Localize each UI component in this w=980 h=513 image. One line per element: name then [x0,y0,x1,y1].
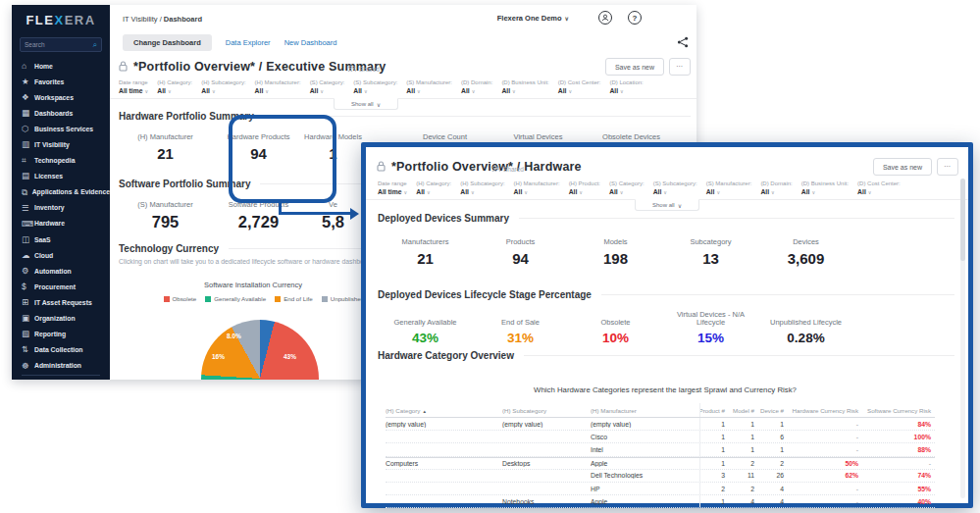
filter-d-business-unit[interactable]: (D) Business Unit:All∨ [501,79,548,98]
filter-value[interactable]: All∨ [558,87,601,94]
account-menu[interactable]: Flexera One Demo∨ [497,14,569,23]
filter-value[interactable]: All∨ [760,188,792,195]
table-row[interactable]: Dell Technologies3112662%74% [386,470,935,483]
share-icon[interactable] [677,36,689,48]
table-row[interactable]: HP224-55% [386,483,935,495]
filter-d-cost-center[interactable]: (D) Cost Center:All∨ [857,180,901,199]
sidebar-item-licenses[interactable]: ▤Licenses [12,169,110,184]
sidebar-item-reporting[interactable]: ▧Reporting [12,327,110,342]
sidebar-item-technopedia[interactable]: ⌗Technopedia [12,153,110,169]
table-header-h-subcategory[interactable]: (H) Subcategory [502,407,591,414]
filter-value[interactable]: All∨ [514,188,560,195]
filter-date-range[interactable]: Date rangeAll time∨ [119,79,148,98]
filter-date-range[interactable]: Date rangeAll time∨ [378,180,407,199]
filter-value[interactable]: All∨ [201,87,245,94]
filter-d-location[interactable]: (D) Location:All∨ [609,79,643,98]
filter-d-business-unit[interactable]: (D) Business Unit:All∨ [801,180,849,199]
more-options-button[interactable]: ⋯ [937,158,958,176]
table-row[interactable]: ComputersDesktopsApple12250%- [386,457,935,470]
table-header-model[interactable]: Model # [729,407,758,414]
filter-h-subcategory[interactable]: (H) Subcategory:All∨ [460,180,504,199]
filter-s-category[interactable]: (S) Category:All∨ [609,180,645,199]
search-input[interactable] [25,41,93,48]
filter-value[interactable]: All∨ [801,188,849,195]
filter-h-manufacturer[interactable]: (H) Manufacturer:All∨ [514,180,560,199]
search-icon[interactable]: ⌕ [93,41,97,49]
software-installation-currency-pie[interactable]: 43% 16% 8.0% [201,320,319,380]
filter-value[interactable]: All∨ [609,188,645,195]
filter-s-manufacturer[interactable]: (S) Manufacturer:All∨ [406,79,452,98]
filter-value[interactable]: All∨ [406,87,452,94]
sidebar-item-administration[interactable]: ☸Administration [12,358,110,374]
filter-h-subcategory[interactable]: (H) Subcategory:All∨ [201,79,245,98]
pie-chart[interactable] [201,320,319,380]
sidebar-item-inventory[interactable]: ☰Inventory [12,200,110,216]
table-row[interactable]: Intel111-88% [386,443,935,456]
filter-value[interactable]: All∨ [857,188,901,195]
legend-item-generally-available[interactable]: Generally Available [205,295,266,302]
more-options-button[interactable]: ⋯ [669,58,691,76]
filter-d-cost-center[interactable]: (D) Cost Center:All∨ [558,79,601,98]
filter-value[interactable]: All time∨ [119,87,148,94]
sidebar-search[interactable]: ⌕ [20,37,102,52]
filter-s-subcategory[interactable]: (S) Subcategory:All∨ [353,79,397,98]
filter-d-domain[interactable]: (D) Domain:All∨ [461,79,492,98]
filter-s-subcategory[interactable]: (S) Subcategory:All∨ [653,180,697,199]
sidebar-item-hardware[interactable]: ⌨Hardware [12,216,110,231]
sidebar-item-home[interactable]: ⌂Home [12,58,110,74]
sidebar-item-business-services[interactable]: ⬡Business Services [12,121,110,136]
filter-value[interactable]: All∨ [353,87,397,94]
filter-value[interactable]: All∨ [653,188,697,195]
filter-value[interactable]: All∨ [461,87,492,94]
sidebar-item-applications-evidence[interactable]: ⧉Applications & Evidence [12,184,110,200]
filter-value[interactable]: All∨ [569,188,600,195]
sidebar-item-favorites[interactable]: ★Favorites [12,74,110,89]
save-as-new-button[interactable]: Save as new [873,158,932,176]
filter-value[interactable]: All time∨ [378,188,407,195]
sidebar-item-procurement[interactable]: $Procurement [12,279,110,294]
filter-value[interactable]: All∨ [501,87,548,94]
table-header-software-currency-risk[interactable]: Software Currency Risk [862,407,935,414]
tab-new-dashboard[interactable]: New Dashboard [284,38,337,47]
tab-change-dashboard[interactable]: Change Dashboard [123,34,212,51]
breadcrumb[interactable]: IT Visibility / Dashboard [123,15,202,24]
filter-h-category[interactable]: (H) Category:All∨ [157,79,192,98]
avatar-icon[interactable] [598,11,612,25]
table-row[interactable]: NotebooksApple144-40% [386,495,935,508]
tab-data-explorer[interactable]: Data Explorer [226,38,271,47]
save-as-new-button[interactable]: Save as new [605,58,664,76]
filter-value[interactable]: All∨ [416,188,451,195]
table-header-device[interactable]: Device # [758,407,788,414]
filter-h-product[interactable]: (H) Product:All∨ [569,180,600,199]
filter-value[interactable]: All∨ [157,87,192,94]
sidebar-item-automation[interactable]: ⚙Automation [12,263,110,279]
filter-h-category[interactable]: (H) Category:All∨ [416,180,451,199]
sidebar-item-saas[interactable]: ◫SaaS [12,231,110,247]
table-header-h-category[interactable]: (H) Category▲ [386,407,502,414]
help-icon[interactable]: ? [628,11,642,25]
show-all-button[interactable]: Show all∨ [635,199,699,211]
sidebar-item-it-asset-requests[interactable]: ⊞IT Asset Requests [12,294,110,310]
sidebar-item-organization[interactable]: ▣Organization [12,311,110,327]
sidebar-item-it-visibility[interactable]: ▥IT Visibility [12,136,110,152]
table-row[interactable]: Cisco116-100% [386,431,935,443]
filter-value[interactable]: All∨ [706,188,752,195]
filter-value[interactable]: All∨ [460,188,504,195]
show-all-button[interactable]: Show all∨ [334,98,398,110]
table-header-h-manufacturer[interactable]: (H) Manufacturer [591,407,699,414]
legend-item-end-of-life[interactable]: End of Life [275,295,313,302]
filter-d-domain[interactable]: (D) Domain:All∨ [760,180,792,199]
legend-item-obsolete[interactable]: Obsolete [164,295,197,302]
sidebar-item-data-collection[interactable]: ⇅Data Collection [12,342,110,358]
sidebar-item-dashboards[interactable]: ▦Dashboards [12,105,110,121]
table-header-product[interactable]: Product # [699,403,729,417]
scrollbar[interactable] [960,179,965,498]
filter-s-manufacturer[interactable]: (S) Manufacturer:All∨ [706,180,752,199]
sidebar-item-workspaces[interactable]: ❖Workspaces [12,89,110,105]
table-row[interactable]: (empty value)(empty value)(empty value)1… [386,418,935,431]
filter-s-category[interactable]: (S) Category:All∨ [310,79,345,98]
sidebar-item-cloud[interactable]: ☁Cloud [12,247,110,263]
table-header-hardware-currency-risk[interactable]: Hardware Currency Risk [788,407,862,414]
filter-value[interactable]: All∨ [255,87,301,94]
scrollbar-thumb[interactable] [960,179,965,261]
